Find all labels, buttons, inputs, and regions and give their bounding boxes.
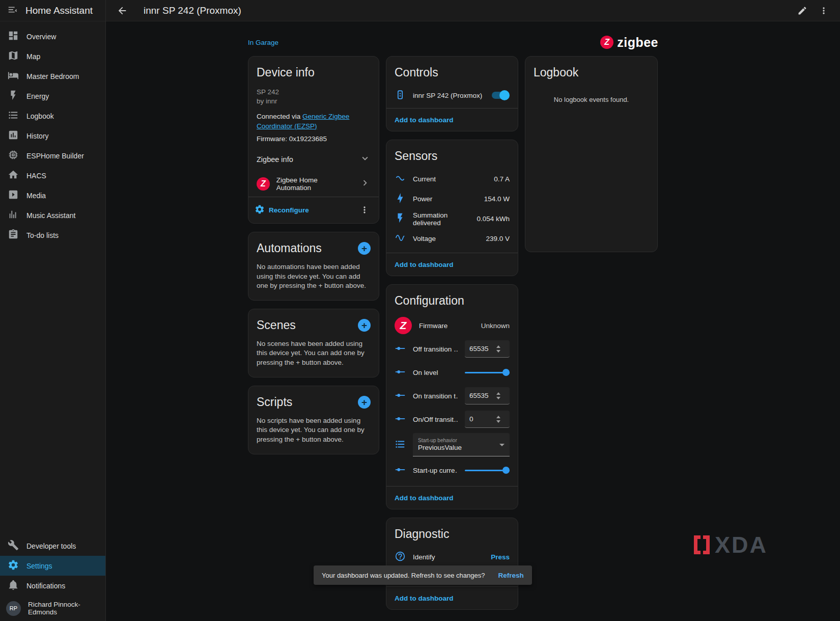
card-title: Controls bbox=[386, 57, 518, 83]
reconfigure-label: Reconfigure bbox=[269, 206, 309, 214]
sensor-value: 239.0 V bbox=[486, 235, 510, 242]
slider-dot-icon bbox=[395, 413, 406, 426]
sidebar-item-esphome-builder[interactable]: ESPHome Builder bbox=[0, 146, 105, 166]
zigbee-info-expander[interactable]: Zigbee info bbox=[248, 148, 379, 171]
bed-icon bbox=[8, 70, 19, 83]
number-input[interactable] bbox=[465, 392, 493, 399]
stepper-control[interactable] bbox=[496, 416, 500, 423]
sidebar-item-label: Energy bbox=[26, 92, 49, 100]
sidebar-item-overview[interactable]: Overview bbox=[0, 26, 105, 46]
control-entity-row: innr SP 242 (Proxmox) bbox=[386, 83, 518, 108]
sidebar-item-hacs[interactable]: HACS bbox=[0, 166, 105, 185]
number-input[interactable] bbox=[465, 345, 493, 353]
add-to-dashboard-link[interactable]: Add to dashboard bbox=[395, 261, 454, 268]
sensor-row[interactable]: Voltage 239.0 V bbox=[386, 229, 518, 249]
menu-open-icon[interactable] bbox=[7, 4, 18, 17]
card-title: Sensors bbox=[386, 140, 518, 166]
sidebar-item-label: Map bbox=[26, 52, 40, 61]
sidebar-item-media[interactable]: Media bbox=[0, 185, 105, 205]
slider-dot-icon bbox=[395, 366, 406, 379]
integration-row[interactable]: Z Zigbee Home Automation bbox=[248, 171, 379, 197]
edit-pencil-button[interactable] bbox=[793, 2, 811, 20]
identify-press-button[interactable]: Press bbox=[491, 553, 510, 561]
add-to-dashboard-link[interactable]: Add to dashboard bbox=[395, 494, 454, 502]
zigbee-logo: Z zigbee bbox=[600, 35, 658, 50]
startup-behavior-select[interactable]: Start-up behavior PreviousValue bbox=[413, 433, 510, 456]
help-circle-icon bbox=[395, 551, 406, 563]
column-middle: Controls innr SP 242 (Proxmox) Add to da… bbox=[386, 56, 518, 610]
slider-dot-icon bbox=[395, 390, 406, 402]
overflow-menu-button[interactable] bbox=[815, 2, 833, 20]
sensor-row[interactable]: Current 0.7 A bbox=[386, 169, 518, 189]
xda-watermark: XDA bbox=[694, 533, 768, 556]
config-row-firmware[interactable]: Z Firmware Unknown bbox=[386, 314, 518, 337]
cog-icon bbox=[255, 204, 265, 216]
dropdown-caret-icon bbox=[499, 444, 505, 446]
sensor-label: Current bbox=[413, 175, 487, 183]
add-scene-button[interactable]: + bbox=[358, 319, 371, 332]
config-row-onoff-transition: On/Off transit… bbox=[386, 408, 518, 431]
number-input[interactable] bbox=[465, 415, 493, 423]
stepper-control[interactable] bbox=[496, 392, 500, 399]
card-title: Configuration bbox=[386, 285, 518, 311]
add-to-dashboard-link[interactable]: Add to dashboard bbox=[395, 595, 454, 602]
device-info-body: SP 242 by innr Connected via Generic Zig… bbox=[248, 83, 379, 145]
sensor-label: Power bbox=[413, 195, 477, 203]
sidebar-item-label: Media bbox=[26, 192, 46, 200]
sidebar-item-notifications[interactable]: Notifications bbox=[0, 576, 105, 596]
device-menu-button[interactable] bbox=[355, 201, 374, 219]
chip-icon bbox=[8, 149, 19, 162]
control-entity-name: innr SP 242 (Proxmox) bbox=[413, 92, 482, 99]
page-title: innr SP 242 (Proxmox) bbox=[144, 5, 241, 16]
sensor-row[interactable]: Summation delivered 0.054 kWh bbox=[386, 209, 518, 229]
sidebar-header: Home Assistant bbox=[0, 0, 105, 21]
device-model: SP 242 bbox=[257, 88, 371, 97]
add-automation-button[interactable]: + bbox=[358, 242, 371, 255]
reconfigure-button[interactable]: Reconfigure bbox=[255, 204, 309, 216]
sensor-label: Summation delivered bbox=[413, 211, 469, 227]
sidebar-item-label: Notifications bbox=[26, 582, 65, 590]
identify-label: Identify bbox=[413, 553, 435, 561]
stepper-control[interactable] bbox=[496, 345, 500, 353]
config-label: On level bbox=[413, 369, 458, 376]
power-flash-icon bbox=[395, 193, 406, 205]
startup-current-slider[interactable] bbox=[465, 467, 510, 474]
integration-label: Zigbee Home Automation bbox=[276, 176, 353, 192]
sidebar-item-master-bedroom[interactable]: Master Bedroom bbox=[0, 66, 105, 86]
gear-icon bbox=[8, 559, 19, 572]
config-value: Unknown bbox=[481, 322, 510, 330]
controls-actions: Add to dashboard bbox=[386, 108, 518, 131]
sidebar-item-label: Overview bbox=[26, 33, 56, 41]
area-link[interactable]: In Garage bbox=[248, 39, 278, 46]
slider-dot-icon bbox=[395, 464, 406, 477]
clipboard-icon bbox=[8, 229, 19, 241]
sidebar-user[interactable]: RP Richard Pinnock-Edmonds bbox=[0, 596, 105, 621]
card-title: Scenes bbox=[257, 318, 296, 332]
automations-empty-text: No automations have been added using thi… bbox=[248, 258, 379, 300]
add-to-dashboard-link[interactable]: Add to dashboard bbox=[395, 116, 454, 124]
sensor-row[interactable]: Power 154.0 W bbox=[386, 189, 518, 209]
config-row-on-level: On level bbox=[386, 361, 518, 384]
chevron-down-icon bbox=[359, 153, 371, 166]
view-dashboard-icon bbox=[8, 30, 19, 43]
config-label: Start-up curre… bbox=[413, 467, 458, 474]
sidebar-item-logbook[interactable]: Logbook bbox=[0, 106, 105, 126]
number-field bbox=[465, 340, 510, 358]
sidebar-item-energy[interactable]: Energy bbox=[0, 86, 105, 106]
add-script-button[interactable]: + bbox=[358, 396, 371, 409]
user-name: Richard Pinnock-Edmonds bbox=[28, 601, 98, 616]
refresh-button[interactable]: Refresh bbox=[498, 572, 523, 579]
sidebar-item-developer-tools[interactable]: Developer tools bbox=[0, 536, 105, 556]
number-field bbox=[465, 411, 510, 428]
sidebar-item-settings[interactable]: Settings bbox=[0, 556, 105, 576]
power-toggle[interactable] bbox=[491, 90, 510, 100]
sidebar-item-todo-lists[interactable]: To-do lists bbox=[0, 225, 105, 245]
on-level-slider[interactable] bbox=[465, 369, 510, 376]
device-firmware: Firmware: 0x19223685 bbox=[257, 135, 371, 143]
card-title: Automations bbox=[257, 241, 322, 255]
back-button[interactable] bbox=[113, 2, 131, 20]
sidebar-item-map[interactable]: Map bbox=[0, 46, 105, 66]
sidebar-item-history[interactable]: History bbox=[0, 126, 105, 146]
sidebar-item-music-assistant[interactable]: Music Assistant bbox=[0, 205, 105, 225]
sensors-actions: Add to dashboard bbox=[386, 253, 518, 276]
